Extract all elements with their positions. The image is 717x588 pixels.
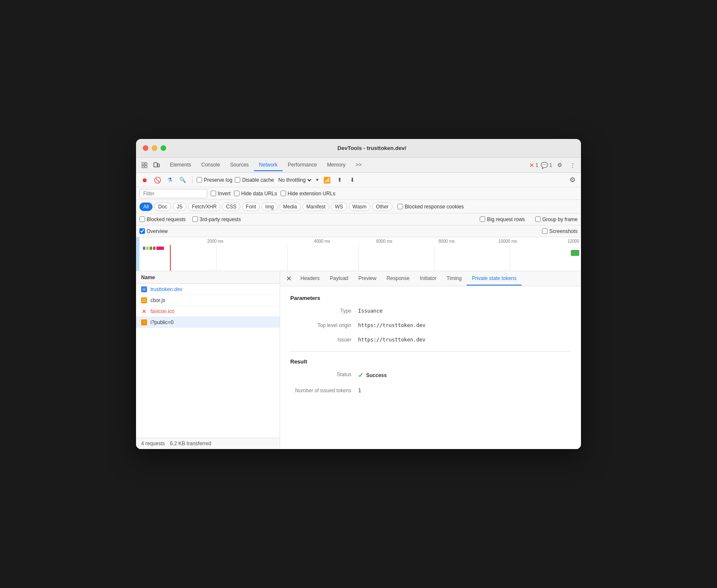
invert-checkbox[interactable] [211,191,216,196]
timeline-label-5: 12000 [519,239,581,244]
tab-elements[interactable]: Elements [165,159,196,171]
detail-panel: ✕ Headers Payload Preview Response Initi… [280,271,581,449]
filter-btn-wasm[interactable]: Wasm [349,202,371,211]
blocked-response-cookies-label[interactable]: Blocked response cookies [397,204,464,210]
download-icon[interactable]: ⬇ [347,175,358,185]
inspect-element-icon[interactable] [139,160,150,170]
big-request-rows-label[interactable]: Big request rows [480,216,525,222]
group-by-frame-label[interactable]: Group by frame [535,216,578,222]
group-by-frame-checkbox[interactable] [535,216,541,222]
timeline-label-0: 2000 ms [139,239,270,244]
timeline-green-block [571,250,579,256]
timeline-labels: 2000 ms 4000 ms 6000 ms 8000 ms 10000 ms… [136,239,581,244]
invert-label[interactable]: Invert [211,191,231,197]
toolbar2: ⏺ 🚫 ⚗ 🔍 Preserve log Disable cache No th… [136,173,581,187]
search-icon[interactable]: 🔍 [178,175,188,185]
network-settings-icon[interactable]: ⚙ [567,175,578,185]
filter-btn-media[interactable]: Media [279,202,301,211]
section-divider [290,351,571,352]
settings-icon[interactable]: ⚙ [555,160,565,170]
filter-icon[interactable]: ⚗ [165,175,175,185]
request-item-0[interactable]: ≡ trusttoken.dev [136,284,280,295]
blocked-response-cookies-checkbox[interactable] [397,204,403,209]
filter-btn-doc[interactable]: Doc [154,202,171,211]
blocked-requests-label[interactable]: Blocked requests [139,216,186,222]
tabs-bar: Elements Console Sources Network Perform… [136,158,581,173]
disable-cache-label[interactable]: Disable cache [235,177,274,183]
detail-tab-preview[interactable]: Preview [353,272,382,286]
result-section: Result Status ✓ Success Number of issued… [290,358,571,394]
big-request-rows-checkbox[interactable] [480,216,485,222]
filter-btn-css[interactable]: CSS [222,202,240,211]
result-title: Result [290,358,571,365]
tab-network[interactable]: Network [254,159,283,171]
blocked-requests-checkbox[interactable] [139,216,145,222]
param-value-issued-tokens: 1 [358,388,361,394]
detail-tab-payload[interactable]: Payload [325,272,353,286]
tabs-right: ✕ 1 💬 1 ⚙ ⋮ [529,160,578,170]
timeline-label-4: 10000 ms [456,239,519,244]
throttle-select[interactable]: No throttling [277,177,313,183]
warn-count: 1 [549,162,552,168]
third-party-requests-label[interactable]: 3rd-party requests [192,216,241,222]
filter-btn-other[interactable]: Other [372,202,392,211]
preserve-log-checkbox[interactable] [197,177,202,183]
svg-rect-2 [142,166,144,168]
detail-close-button[interactable]: ✕ [283,274,294,284]
window-title: DevTools - trusttoken.dev/ [170,145,574,151]
filter-btn-font[interactable]: Font [242,202,260,211]
tab-performance[interactable]: Performance [283,159,322,171]
wifi-icon[interactable]: 📶 [322,175,332,185]
act-bar-3 [150,247,152,250]
maximize-button[interactable] [161,145,166,151]
main-area: Name ≡ trusttoken.dev JS cbor.js ✕ favic… [136,271,581,449]
request-item-3[interactable]: ! i?public=0 [136,317,280,328]
third-party-requests-checkbox[interactable] [192,216,198,222]
overview-label[interactable]: Overview [139,228,168,234]
hide-data-urls-checkbox[interactable] [234,191,239,196]
filter-btn-img[interactable]: Img [261,202,278,211]
more-options-icon[interactable]: ⋮ [567,160,578,170]
preserve-log-label[interactable]: Preserve log [197,177,232,183]
detail-tab-private-state-tokens[interactable]: Private state tokens [467,272,521,286]
hide-extension-urls-checkbox[interactable] [281,191,286,196]
tab-more[interactable]: >> [350,159,367,171]
screenshots-label[interactable]: Screenshots [542,228,578,234]
timeline-area[interactable]: 2000 ms 4000 ms 6000 ms 8000 ms 10000 ms… [136,237,581,271]
param-row-issuer: Issuer https://trusttoken.dev [290,337,571,343]
overview-checkbox[interactable] [139,228,145,234]
timeline-vline-2 [287,245,288,271]
param-key-top-level-origin: Top level origin [290,322,358,328]
detail-tab-timing[interactable]: Timing [442,272,467,286]
tab-sources[interactable]: Sources [225,159,254,171]
hide-extension-urls-label[interactable]: Hide extension URLs [281,191,336,197]
param-key-issuer: Issuer [290,337,358,343]
options-right: Big request rows Group by frame [480,216,578,222]
filter-btn-ws[interactable]: WS [331,202,347,211]
screenshots-checkbox[interactable] [542,228,547,234]
device-toolbar-icon[interactable] [151,160,161,170]
tab-console[interactable]: Console [196,159,225,171]
filter-btn-js[interactable]: JS [173,202,186,211]
filter-input[interactable] [139,189,207,198]
act-bar-4 [153,247,156,250]
request-item-1[interactable]: JS cbor.js [136,295,280,306]
tab-memory[interactable]: Memory [322,159,350,171]
disable-cache-checkbox[interactable] [235,177,240,183]
minimize-button[interactable] [152,145,157,151]
filter-btn-manifest[interactable]: Manifest [303,202,329,211]
filter-btn-fetch-xhr[interactable]: Fetch/XHR [188,202,221,211]
clear-button[interactable]: 🚫 [152,175,162,185]
filter-btn-all[interactable]: All [139,202,153,211]
request-item-2[interactable]: ✕ favicon.ico [136,306,280,317]
detail-tab-response[interactable]: Response [381,272,414,286]
warn-badge: 💬 1 [541,162,552,169]
timeline-vline-3 [358,245,359,271]
close-button[interactable] [143,145,148,151]
hide-data-urls-label[interactable]: Hide data URLs [234,191,277,197]
record-stop-button[interactable]: ⏺ [139,175,150,185]
detail-tab-headers[interactable]: Headers [295,272,325,286]
upload-icon[interactable]: ⬆ [335,175,345,185]
req-icon-js: JS [141,297,147,303]
detail-tab-initiator[interactable]: Initiator [414,272,441,286]
